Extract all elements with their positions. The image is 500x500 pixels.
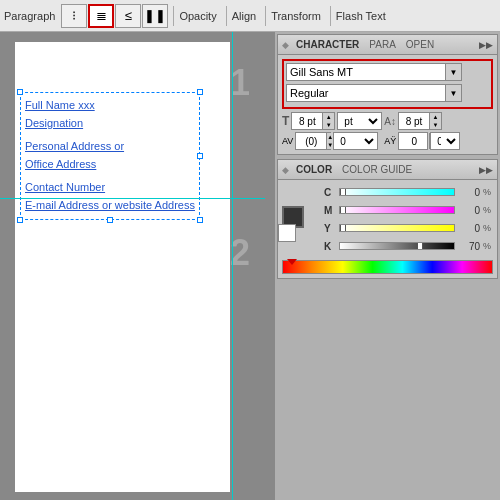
leading-input[interactable] xyxy=(399,113,429,129)
magenta-pct: % xyxy=(483,205,493,215)
leading-up[interactable]: ▲ xyxy=(429,113,441,121)
color-panel-expand-icon[interactable]: ▶▶ xyxy=(479,165,493,175)
canvas-area[interactable]: 1 2 Full Name xxx Designation Personal A… xyxy=(0,32,275,500)
font-name-dropdown-btn[interactable]: ▼ xyxy=(446,63,462,81)
align-justify-button[interactable]: ❚❚ xyxy=(142,4,168,28)
font-size-input[interactable] xyxy=(292,113,322,129)
tracking-field[interactable]: ▲ ▼ xyxy=(295,132,331,150)
magenta-thumb[interactable] xyxy=(340,206,346,214)
tracking-av-label: AV xyxy=(282,136,293,146)
font-size-row: T ▲ ▼ pt px A↕ xyxy=(282,112,493,130)
character-panel-title: CHARACTER xyxy=(296,39,359,50)
tracking-down[interactable]: ▼ xyxy=(326,141,333,149)
font-size-unit-select[interactable]: pt px xyxy=(337,112,382,130)
black-value: 70 xyxy=(458,241,480,252)
text-line-contact-number: Contact Number xyxy=(25,179,195,197)
align-center-button[interactable]: ≣ xyxy=(88,4,114,28)
yellow-value: 0 xyxy=(458,223,480,234)
font-size-up[interactable]: ▲ xyxy=(322,113,334,121)
font-highlight-box: ▼ ▼ xyxy=(282,59,493,109)
panel-expand-icon[interactable]: ▶▶ xyxy=(479,40,493,50)
color-panel-title: COLOR xyxy=(296,164,332,175)
toolbar: Paragraph ⁝ ≣ ≤ ❚❚ Opacity Align Transfo… xyxy=(0,0,500,32)
separator3 xyxy=(265,6,266,26)
text-line-office-address: Office Address xyxy=(25,156,195,174)
opacity-label: Opacity xyxy=(179,10,216,22)
text-content-box[interactable]: Full Name xxx Designation Personal Addre… xyxy=(20,92,200,220)
handle-br[interactable] xyxy=(197,217,203,223)
leading-icon: A↕ xyxy=(384,116,396,127)
yellow-label: Y xyxy=(324,223,336,234)
separator1 xyxy=(173,6,174,26)
right-panels: ◆ CHARACTER PARA OPEN ▶▶ ▼ ▼ xyxy=(275,32,500,500)
color-swatch-row: C 0 % M 0 xyxy=(282,184,493,256)
paragraph-label: Paragraph xyxy=(4,10,55,22)
text-line-fullname: Full Name xxx xyxy=(25,97,195,115)
font-size-field[interactable]: ▲ ▼ xyxy=(291,112,335,130)
font-style-dropdown-btn[interactable]: ▼ xyxy=(446,84,462,102)
color-swatches-container xyxy=(282,206,314,234)
character-panel: ◆ CHARACTER PARA OPEN ▶▶ ▼ ▼ xyxy=(277,34,498,155)
cyan-thumb[interactable] xyxy=(340,188,346,196)
handle-tl[interactable] xyxy=(17,89,23,95)
magenta-row: M 0 % xyxy=(324,202,493,218)
magenta-slider[interactable] xyxy=(339,206,455,214)
tracking-unit-select[interactable]: 0 xyxy=(333,132,378,150)
stroke-swatch[interactable] xyxy=(278,224,296,242)
text-line-personal-address: Personal Address or xyxy=(25,138,195,156)
handle-mb[interactable] xyxy=(107,217,113,223)
align-right-button[interactable]: ≤ xyxy=(115,4,141,28)
color-guide-tab[interactable]: COLOR GUIDE xyxy=(342,164,412,175)
cyan-value: 0 xyxy=(458,187,480,198)
yellow-slider[interactable] xyxy=(339,224,455,232)
font-style-input[interactable] xyxy=(286,84,446,102)
character-panel-body: ▼ ▼ T ▲ ▼ xyxy=(278,55,497,154)
cyan-slider[interactable] xyxy=(339,188,455,196)
leading-field[interactable]: ▲ ▼ xyxy=(398,112,442,130)
spectrum-cursor xyxy=(287,259,297,265)
yellow-thumb[interactable] xyxy=(340,224,346,232)
kerning-label: AŸ xyxy=(384,136,396,146)
cmyk-sliders: C 0 % M 0 xyxy=(324,184,493,256)
tracking-up[interactable]: ▲ xyxy=(326,133,333,141)
separator4 xyxy=(330,6,331,26)
color-spectrum-strip[interactable] xyxy=(282,260,493,274)
kerning-field[interactable]: ▲ ▼ xyxy=(398,132,428,150)
kerning-input[interactable] xyxy=(399,133,429,149)
align-buttons: ⁝ ≣ ≤ ❚❚ xyxy=(61,4,168,28)
black-pct: % xyxy=(483,241,493,251)
handle-tr[interactable] xyxy=(197,89,203,95)
leading-spinners: ▲ ▼ xyxy=(429,113,441,129)
align-left-button[interactable]: ⁝ xyxy=(61,4,87,28)
color-panel-header: ◆ COLOR COLOR GUIDE ▶▶ xyxy=(278,160,497,180)
yellow-row: Y 0 % xyxy=(324,220,493,236)
tracking-row: AV ▲ ▼ 0 AŸ ▲ xyxy=(282,132,493,150)
main-area: 1 2 Full Name xxx Designation Personal A… xyxy=(0,32,500,500)
character-diamond-icon: ◆ xyxy=(282,40,289,50)
handle-bl[interactable] xyxy=(17,217,23,223)
text-line-email: E-mail Address or website Address xyxy=(25,197,195,215)
open-tab[interactable]: OPEN xyxy=(406,39,434,50)
kerning-unit-select[interactable]: 0 xyxy=(430,132,460,150)
flash-text-label: Flash Text xyxy=(336,10,386,22)
magenta-label: M xyxy=(324,205,336,216)
black-thumb[interactable] xyxy=(417,242,423,250)
tracking-input[interactable] xyxy=(296,133,326,149)
magenta-value: 0 xyxy=(458,205,480,216)
color-panel: ◆ COLOR COLOR GUIDE ▶▶ C xyxy=(277,159,498,279)
black-label: K xyxy=(324,241,336,252)
text-line-designation: Designation xyxy=(25,115,195,133)
canvas-number-1: 1 xyxy=(230,62,250,104)
black-slider[interactable] xyxy=(339,242,455,250)
cyan-row: C 0 % xyxy=(324,184,493,200)
font-name-input[interactable] xyxy=(286,63,446,81)
cyan-pct: % xyxy=(483,187,493,197)
leading-down[interactable]: ▼ xyxy=(429,121,441,129)
handle-mr[interactable] xyxy=(197,153,203,159)
yellow-pct: % xyxy=(483,223,493,233)
color-panel-body: C 0 % M 0 xyxy=(278,180,497,278)
tracking-spinners: ▲ ▼ xyxy=(326,133,333,149)
font-size-down[interactable]: ▼ xyxy=(322,121,334,129)
para-tab[interactable]: PARA xyxy=(369,39,396,50)
font-size-t-icon: T xyxy=(282,114,289,128)
